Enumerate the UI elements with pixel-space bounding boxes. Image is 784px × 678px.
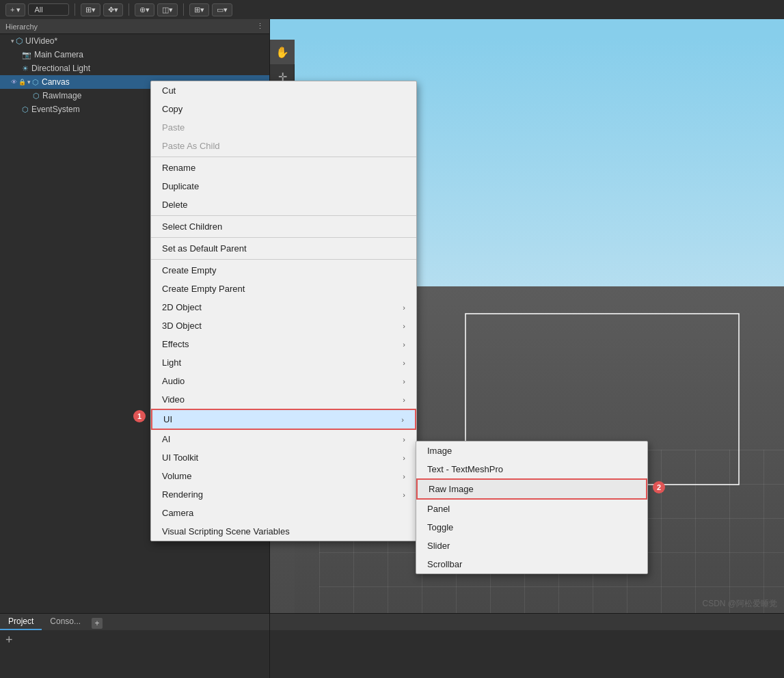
plus-icon: + [10,5,14,14]
menu-cut[interactable]: Cut [151,81,416,100]
arrow-icon-ai: › [403,435,405,444]
menu-paste: Paste [151,118,416,137]
tab-console[interactable]: Conso... [42,614,89,630]
bottom-left-section: Project Conso... + + [0,614,270,678]
bottom-panel: Project Conso... + + [0,613,784,678]
menu-light[interactable]: Light› [151,353,416,372]
panel-label: Panel [427,504,450,514]
add-btn[interactable]: + ▾ [5,3,25,16]
submenu-image[interactable]: Image [416,442,647,460]
audio-label: Audio [162,376,185,386]
arrow-icon-uitoolkit: › [403,454,405,462]
eventsystem-icon: ⬡ [22,105,29,114]
hierarchy-main-camera[interactable]: 📷 Main Camera [0,48,269,62]
submenu-scrollbar[interactable]: Scrollbar [416,555,647,573]
arrow-icon-volume: › [403,472,405,480]
menu-ui[interactable]: UI › [151,409,416,430]
toggle-label: Toggle [427,522,453,532]
cut-label: Cut [162,85,176,96]
submenu-toggle[interactable]: Toggle [416,518,647,537]
hierarchy-more-btn[interactable]: ⋮ [256,22,264,31]
snap-btn[interactable]: ⊞▾ [189,3,209,16]
add-asset-btn[interactable]: + [5,633,13,647]
menu-rendering[interactable]: Rendering› [151,485,416,504]
select-children-label: Select Children [162,221,222,232]
hierarchy-directional-light[interactable]: ☀ Directional Light [0,62,269,75]
badge-1: 1 [133,410,146,422]
arrow-right-icon: ▾ [27,79,31,85]
rename-label: Rename [162,163,195,173]
search-input[interactable] [28,3,69,16]
local-btn[interactable]: ◫▾ [157,3,178,16]
grid-layout-btn[interactable]: ⊞▾ [81,3,100,16]
submenu-raw-image-container: Raw Image 2 [416,478,647,500]
menu-rename[interactable]: Rename [151,159,416,177]
rawimage-label: RawImage [42,91,81,100]
badge-2: 2 [653,481,665,493]
menu-select-children[interactable]: Select Children [151,217,416,236]
menu-visual-scripting[interactable]: Visual Scripting Scene Variables [151,522,416,541]
separator-ctx-4 [151,259,416,260]
raw-image-label: Raw Image [429,484,474,494]
video-label: Video [162,394,185,405]
menu-3d-object[interactable]: 3D Object› [151,316,416,335]
arrow-icon-3d: › [403,322,405,330]
submenu-raw-image[interactable]: Raw Image [416,478,647,500]
menu-create-empty[interactable]: Create Empty [151,261,416,280]
scene-icon: ⬡ [16,36,23,46]
tab-project[interactable]: Project [0,614,42,630]
menu-audio[interactable]: Audio› [151,372,416,390]
scrollbar-label: Scrollbar [427,559,462,569]
bottom-left-content: + [0,630,269,650]
menu-camera[interactable]: Camera [151,504,416,522]
submenu-panel[interactable]: Panel [416,500,647,518]
duplicate-label: Duplicate [162,181,199,191]
hierarchy-uivideo[interactable]: ▾ ⬡ UIVideo* [0,34,269,48]
eventsystem-label: EventSystem [31,105,80,114]
menu-copy[interactable]: Copy [151,100,416,118]
slider-label: Slider [427,541,450,551]
camera-menu-label: Camera [162,508,193,518]
submenu-text-textmeshpro[interactable]: Text - TextMeshPro [416,460,647,478]
submenu-slider[interactable]: Slider [416,537,647,555]
menu-effects[interactable]: Effects› [151,335,416,353]
arrow-down-icon: ▾ [11,38,14,44]
add-tab-btn[interactable]: + [92,618,103,629]
bottom-tabs: Project Conso... + [0,614,269,630]
light-label: Light [162,357,181,368]
arrow-icon-ui: › [401,416,404,424]
main-camera-label: Main Camera [34,50,83,59]
effects-label: Effects [162,339,189,349]
rawimage-icon: ⬡ [33,92,40,100]
menu-delete[interactable]: Delete [151,195,416,214]
menu-video[interactable]: Video› [151,390,416,409]
menu-duplicate[interactable]: Duplicate [151,177,416,195]
directional-light-label: Directional Light [31,64,90,73]
bottom-right-section [270,614,784,678]
menu-set-default-parent[interactable]: Set as Default Parent [151,239,416,258]
create-empty-label: Create Empty [162,265,216,275]
menu-ui-toolkit[interactable]: UI Toolkit› [151,448,416,467]
dropdown-arrow-icon: ▾ [16,5,21,14]
ai-label: AI [162,434,170,444]
eye-icon: 👁 [11,79,17,85]
hand-tool-btn[interactable]: ✋ [270,40,295,64]
paste-label: Paste [162,122,185,133]
hierarchy-header: Hierarchy ⋮ [0,19,269,34]
menu-ai[interactable]: AI› [151,430,416,448]
watermark: CSDN @阿松爱睡觉 [702,598,777,610]
separator-3 [183,3,184,16]
move-tool-btn[interactable]: ✥▾ [103,3,123,16]
display-btn[interactable]: ▭▾ [212,3,232,16]
menu-volume[interactable]: Volume› [151,467,416,485]
canvas-icon: ⬡ [32,78,39,87]
3d-object-label: 3D Object [162,321,202,331]
separator-1 [75,3,75,16]
menu-2d-object[interactable]: 2D Object› [151,298,416,316]
arrow-icon-video: › [403,396,405,404]
menu-ui-container: UI › 1 [151,409,416,430]
menu-paste-as-child: Paste As Child [151,137,416,155]
separator-ctx-3 [151,237,416,238]
menu-create-empty-parent[interactable]: Create Empty Parent [151,280,416,298]
pivot-btn[interactable]: ⊕▾ [135,3,154,16]
